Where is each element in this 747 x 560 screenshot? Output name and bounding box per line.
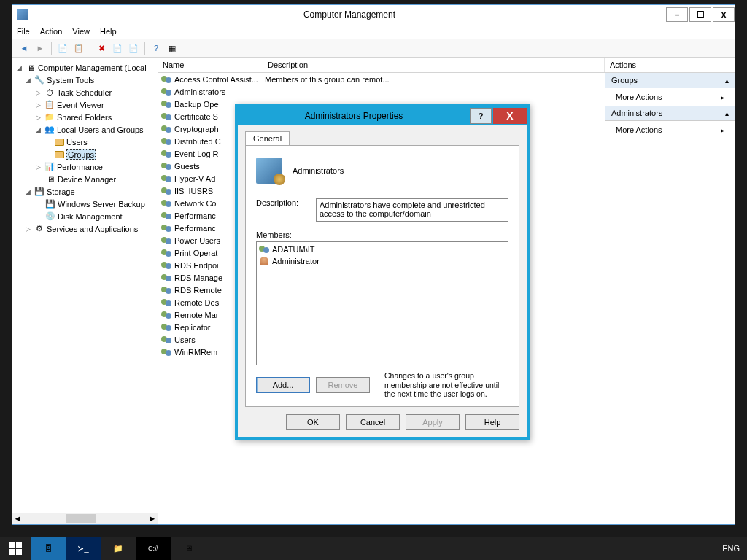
dialog-title: Administrators Properties bbox=[238, 111, 470, 121]
tree-device-manager[interactable]: 🖥Device Manager bbox=[12, 173, 158, 185]
tree-storage[interactable]: ◢💾Storage bbox=[12, 185, 158, 198]
dialog-titlebar[interactable]: Administrators Properties ? X bbox=[238, 106, 527, 125]
row-desc: Members of this group can remot... bbox=[265, 75, 605, 84]
group-icon bbox=[160, 198, 172, 209]
actions-section-groups[interactable]: Groups▴ bbox=[605, 73, 735, 88]
group-icon bbox=[160, 260, 172, 271]
group-icon bbox=[160, 297, 172, 308]
properties-dialog: Administrators Properties ? X General Ad… bbox=[235, 104, 530, 440]
menu-help[interactable]: Help bbox=[100, 27, 117, 36]
ok-button[interactable]: OK bbox=[286, 414, 340, 430]
tree-pane: ◢🖥Computer Management (Local ◢🔧System To… bbox=[12, 58, 158, 524]
members-listbox[interactable]: ADATUM\ITAdministrator bbox=[256, 241, 508, 365]
taskbar-cmd[interactable]: C:\\ bbox=[136, 537, 171, 560]
member-icon bbox=[258, 244, 270, 255]
show-hide-icon[interactable]: ▦ bbox=[165, 41, 179, 55]
group-icon bbox=[256, 158, 282, 184]
delete-icon[interactable]: ✖ bbox=[94, 41, 109, 55]
properties-icon[interactable]: 📋 bbox=[71, 41, 86, 55]
menu-action[interactable]: Action bbox=[40, 27, 63, 36]
group-icon bbox=[160, 334, 172, 346]
list-row[interactable]: Access Control Assist...Members of this … bbox=[158, 73, 605, 85]
menu-view[interactable]: View bbox=[72, 27, 90, 36]
taskbar-powershell[interactable]: ≻_ bbox=[66, 537, 101, 560]
row-name: Administrators bbox=[174, 88, 265, 96]
taskbar-explorer[interactable]: 📁 bbox=[101, 537, 136, 560]
remove-button[interactable]: Remove bbox=[316, 377, 370, 393]
minimize-button[interactable]: – bbox=[666, 7, 688, 22]
col-description[interactable]: Description bbox=[263, 58, 605, 72]
tree-performance[interactable]: ▷📊Performance bbox=[12, 160, 158, 173]
start-button[interactable] bbox=[0, 537, 31, 560]
menubar: File Action View Help bbox=[12, 24, 735, 39]
group-icon bbox=[160, 86, 172, 98]
up-icon[interactable]: 📄 bbox=[55, 41, 70, 55]
col-name[interactable]: Name bbox=[158, 58, 263, 72]
tree-system-tools[interactable]: ◢🔧System Tools bbox=[12, 74, 158, 86]
membership-note: Changes to a user's group membership are… bbox=[384, 371, 508, 399]
language-indicator[interactable]: ENG bbox=[722, 544, 740, 553]
group-icon bbox=[160, 309, 172, 321]
actions-more-admins[interactable]: More Actions▸ bbox=[605, 121, 735, 139]
tree-ws-backup[interactable]: 💾Windows Server Backup bbox=[12, 198, 158, 210]
member-name: ADATUM\IT bbox=[272, 245, 314, 254]
member-icon bbox=[258, 255, 270, 267]
taskbar-compmgmt[interactable]: 🖥 bbox=[171, 537, 206, 560]
window-title: Computer Management bbox=[34, 9, 665, 20]
taskbar-server-manager[interactable]: 🗄 bbox=[31, 537, 66, 560]
group-icon bbox=[160, 272, 172, 284]
tree-groups[interactable]: Groups bbox=[12, 148, 158, 160]
refresh-icon[interactable]: 📄 bbox=[110, 41, 125, 55]
svg-rect-2 bbox=[9, 549, 15, 555]
group-icon bbox=[160, 123, 172, 135]
list-row[interactable]: Administrators bbox=[158, 85, 605, 98]
actions-section-administrators[interactable]: Administrators▴ bbox=[605, 106, 735, 121]
group-icon bbox=[160, 74, 172, 85]
toolbar: ◄ ► 📄 📋 ✖ 📄 📄 ? ▦ bbox=[12, 39, 735, 58]
menu-file[interactable]: File bbox=[17, 27, 30, 36]
group-icon bbox=[160, 346, 172, 358]
group-icon bbox=[160, 136, 172, 147]
system-tray[interactable]: ENG bbox=[715, 537, 747, 560]
apply-button[interactable]: Apply bbox=[406, 414, 460, 430]
group-icon bbox=[160, 247, 172, 259]
group-icon bbox=[160, 148, 172, 160]
group-icon bbox=[160, 111, 172, 122]
add-button[interactable]: Add... bbox=[256, 377, 310, 393]
row-name: Access Control Assist... bbox=[174, 75, 265, 84]
help-icon[interactable]: ? bbox=[149, 41, 163, 55]
group-icon bbox=[160, 235, 172, 246]
tree-disk-mgmt[interactable]: 💿Disk Management bbox=[12, 210, 158, 222]
maximize-button[interactable]: ☐ bbox=[689, 7, 711, 22]
group-icon bbox=[160, 160, 172, 172]
actions-more-groups[interactable]: More Actions▸ bbox=[605, 88, 735, 106]
actions-pane: Actions Groups▴ More Actions▸ Administra… bbox=[605, 58, 735, 524]
tree-event-viewer[interactable]: ▷📋Event Viewer bbox=[12, 98, 158, 111]
group-icon bbox=[160, 222, 172, 234]
back-button[interactable]: ◄ bbox=[17, 41, 31, 55]
close-button[interactable]: x bbox=[713, 7, 735, 22]
list-header: Name Description bbox=[158, 58, 605, 73]
help-button[interactable]: Help bbox=[465, 414, 519, 430]
tree-scrollbar[interactable]: ◄► bbox=[12, 513, 158, 524]
description-field[interactable]: Administrators have complete and unrestr… bbox=[316, 198, 508, 222]
member-row[interactable]: Administrator bbox=[258, 255, 506, 267]
actions-title: Actions bbox=[605, 58, 735, 73]
tree-users[interactable]: Users bbox=[12, 136, 158, 148]
dialog-close-button[interactable]: X bbox=[493, 108, 527, 124]
tab-general[interactable]: General bbox=[245, 131, 290, 145]
dialog-help-button[interactable]: ? bbox=[470, 108, 492, 124]
member-row[interactable]: ADATUM\IT bbox=[258, 244, 506, 255]
tree-shared-folders[interactable]: ▷📁Shared Folders bbox=[12, 111, 158, 123]
members-label: Members: bbox=[256, 230, 508, 239]
svg-rect-1 bbox=[16, 542, 22, 548]
group-icon bbox=[160, 210, 172, 222]
tree-task-scheduler[interactable]: ▷⏱Task Scheduler bbox=[12, 86, 158, 98]
forward-button[interactable]: ► bbox=[33, 41, 47, 55]
cancel-button[interactable]: Cancel bbox=[346, 414, 400, 430]
tree-services-apps[interactable]: ▷⚙Services and Applications bbox=[12, 222, 158, 235]
tree-local-users-groups[interactable]: ◢👥Local Users and Groups bbox=[12, 123, 158, 136]
tree-root[interactable]: ◢🖥Computer Management (Local bbox=[12, 61, 158, 74]
description-label: Description: bbox=[256, 198, 316, 207]
export-icon[interactable]: 📄 bbox=[126, 41, 141, 55]
